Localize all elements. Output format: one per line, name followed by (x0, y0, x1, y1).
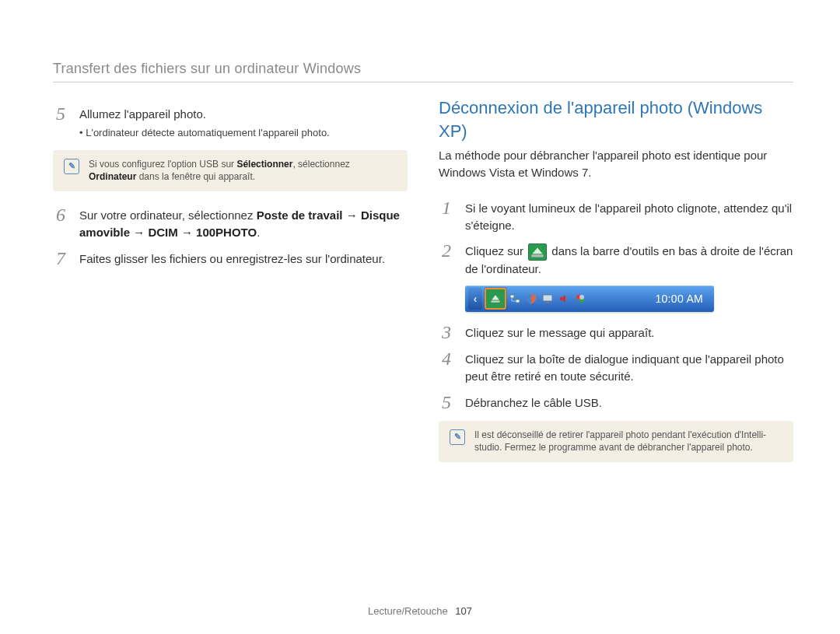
system-tray (509, 292, 586, 305)
step-number: 5 (439, 393, 454, 412)
volume-icon[interactable] (558, 292, 570, 305)
note-text: Il est déconseillé de retirer l'appareil… (474, 429, 782, 455)
step-text: Cliquez sur dans la barre d'outils en ba… (465, 241, 793, 278)
taskbar-screenshot: ‹ 10:00 AM (465, 285, 793, 312)
taskbar-clock[interactable]: 10:00 AM (655, 292, 703, 305)
section-intro: La méthode pour débrancher l'appareil ph… (439, 147, 793, 181)
svg-point-8 (579, 295, 584, 299)
note-icon: ✎ (450, 429, 465, 445)
right-column: Déconnexion de l'appareil photo (Windows… (439, 96, 793, 476)
header-rule (53, 82, 793, 82)
t: , sélectionnez (292, 159, 349, 170)
t: Ordinateur (89, 171, 136, 182)
t: Cliquez sur (465, 244, 527, 257)
svg-rect-5 (546, 302, 549, 303)
step-text: Débranchez le câble USB. (465, 393, 602, 412)
arrow-icon: → (346, 208, 358, 222)
step-text: Faites glisser les fichiers ou enregistr… (79, 249, 385, 268)
tray-expand-icon[interactable]: ‹ (468, 288, 482, 310)
r-step-3: 3 Cliquez sur le message qui apparaît. (439, 323, 793, 342)
t: Sélectionner (236, 159, 292, 170)
step-number: 6 (53, 205, 68, 241)
r-step-1: 1 Si le voyant lumineux de l'appareil ph… (439, 198, 793, 234)
svg-rect-0 (532, 255, 544, 257)
safe-remove-hardware-icon[interactable] (485, 288, 506, 310)
r-step-5: 5 Débranchez le câble USB. (439, 393, 793, 412)
note-icon: ✎ (64, 159, 79, 174)
note-box-intellistudio: ✎ Il est déconseillé de retirer l'appare… (439, 421, 793, 463)
svg-rect-4 (543, 295, 552, 301)
r-step-4: 4 Cliquez sur la boîte de dialogue indiq… (439, 349, 793, 385)
t: DCIM (148, 226, 177, 239)
network-icon[interactable] (509, 292, 521, 305)
t: Sur votre ordinateur, sélectionnez (79, 208, 257, 222)
arrow-icon: → (133, 226, 145, 239)
step-6: 6 Sur votre ordinateur, sélectionnez Pos… (53, 205, 408, 241)
svg-rect-2 (510, 295, 514, 298)
display-icon[interactable] (541, 292, 554, 305)
shield-icon[interactable] (525, 292, 537, 305)
svg-rect-3 (516, 299, 520, 303)
t: . (257, 226, 260, 239)
step-text: Cliquez sur le message qui apparaît. (465, 323, 654, 342)
step-number: 3 (439, 323, 454, 342)
page-header: Transfert des fichiers sur un ordinateur… (53, 61, 793, 77)
step-text: Allumez l'appareil photo. L'ordinateur d… (79, 104, 330, 141)
t: dans la fenêtre qui apparaît. (136, 171, 255, 182)
step-text: Si le voyant lumineux de l'appareil phot… (465, 198, 793, 234)
step-number: 5 (53, 104, 68, 141)
page-footer: Lecture/Retouche 107 (0, 605, 840, 617)
section-title: Déconnexion de l'appareil photo (Windows… (439, 96, 793, 142)
taskbar: ‹ 10:00 AM (465, 285, 714, 312)
step-number: 7 (53, 249, 68, 268)
svg-rect-1 (491, 301, 499, 303)
step-sub: L'ordinateur détecte automatiquement l'a… (79, 126, 330, 141)
r-step-2: 2 Cliquez sur dans la barre d'outils en … (439, 241, 793, 278)
step-number: 2 (439, 241, 454, 278)
safe-remove-icon (528, 243, 547, 261)
t: 100PHOTO (196, 226, 257, 239)
step-text: Cliquez sur la boîte de dialogue indiqua… (465, 349, 793, 385)
step-7: 7 Faites glisser les fichiers ou enregis… (53, 249, 408, 268)
content-columns: 5 Allumez l'appareil photo. L'ordinateur… (53, 96, 793, 476)
step-main: Allumez l'appareil photo. (79, 107, 206, 121)
arrow-icon: → (181, 226, 193, 239)
step-5: 5 Allumez l'appareil photo. L'ordinateur… (53, 104, 408, 141)
step-text: Sur votre ordinateur, sélectionnez Poste… (79, 205, 408, 241)
step-number: 4 (439, 349, 454, 385)
t: Poste de travail (257, 208, 343, 222)
note-box-usb: ✎ Si vous configurez l'option USB sur Sé… (53, 150, 408, 192)
note-text: Si vous configurez l'option USB sur Séle… (89, 158, 397, 184)
step-number: 1 (439, 198, 454, 234)
page-number: 107 (455, 605, 472, 617)
footer-section: Lecture/Retouche (368, 605, 448, 617)
left-column: 5 Allumez l'appareil photo. L'ordinateur… (53, 96, 408, 476)
t: Si vous configurez l'option USB sur (89, 159, 236, 170)
app-tray-icon[interactable] (574, 292, 586, 305)
